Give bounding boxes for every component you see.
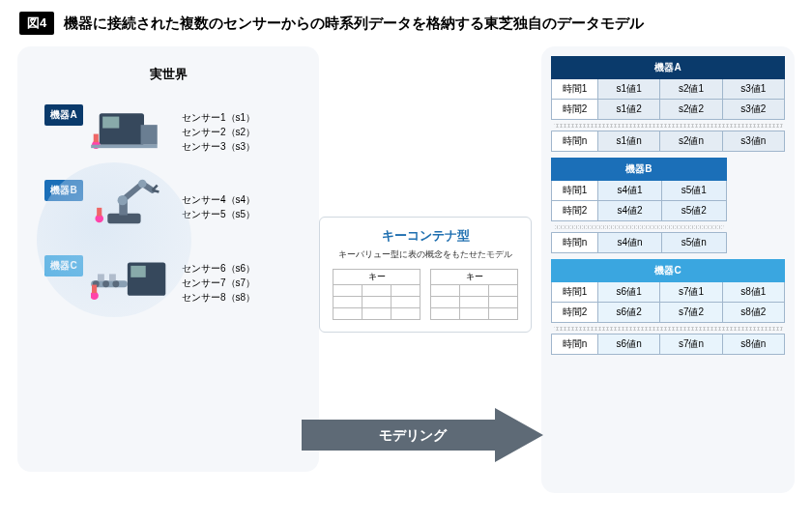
- diagram-body: 実世界 機器A センサー1（s1） センサー2（s2） センサー3（s3） 機器…: [0, 46, 812, 472]
- table-device-b: 機器B 時間1s4値1s5値1 時間2s4値2s5値2 時間ns4値ns5値n: [551, 158, 727, 253]
- svg-rect-19: [130, 266, 145, 277]
- key-container-title: キーコンテナ型: [330, 227, 521, 245]
- key-container-subtitle: キーバリュー型に表の概念をもたせたモデル: [330, 248, 521, 261]
- device-a-sensors: センサー1（s1） センサー2（s2） センサー3（s3）: [182, 110, 255, 154]
- svg-rect-11: [97, 208, 102, 217]
- svg-rect-17: [109, 274, 116, 280]
- ellipsis-gap: [550, 327, 787, 331]
- table-device-c: 機器C 時間1s6値1s7値1s8値1 時間2s6値2s7値2s8値2 時間ns…: [551, 259, 785, 355]
- key-table-2: キー: [430, 269, 518, 320]
- svg-point-9: [138, 180, 147, 189]
- device-a-label: 機器A: [44, 104, 83, 126]
- figure-title: 機器に接続された複数のセンサーからの時系列データを格納する東芝独自のデータモデル: [64, 15, 644, 33]
- table-device-a: 機器A 時間1s1値1s2値1s3値1 時間2s1値2s2値2s3値2 時間ns…: [551, 56, 785, 152]
- figure-badge: 図4: [19, 12, 54, 35]
- real-world-heading: 実世界: [17, 66, 319, 83]
- factory-machine-icon: [91, 97, 174, 155]
- robot-arm-icon: [91, 172, 174, 230]
- ellipsis-gap: [550, 225, 729, 229]
- device-c-sensors: センサー6（s6） センサー7（s7） センサー8（s8）: [182, 261, 255, 305]
- svg-rect-4: [94, 134, 99, 143]
- svg-rect-21: [92, 285, 97, 294]
- device-a-row: 機器A センサー1（s1） センサー2（s2） センサー3（s3）: [44, 97, 319, 166]
- ellipsis-gap: [550, 124, 787, 128]
- key-table-1: キー: [333, 269, 420, 320]
- real-world-panel: 実世界 機器A センサー1（s1） センサー2（s2） センサー3（s3） 機器…: [17, 46, 319, 472]
- svg-rect-1: [102, 117, 119, 129]
- conveyor-machine-icon: [91, 247, 174, 306]
- modeling-arrow-label: モデリング: [302, 408, 524, 462]
- svg-point-14: [102, 280, 109, 287]
- modeling-arrow: モデリング: [302, 408, 543, 462]
- svg-point-8: [118, 195, 128, 205]
- svg-rect-2: [141, 125, 158, 145]
- data-model-panel: 機器A 時間1s1値1s2値1s3値1 時間2s1値2s2値2s3値2 時間ns…: [541, 46, 795, 493]
- key-container-box: キーコンテナ型 キーバリュー型に表の概念をもたせたモデル キー キー: [319, 217, 532, 333]
- svg-rect-5: [91, 145, 158, 148]
- svg-point-15: [112, 280, 119, 287]
- svg-rect-16: [98, 274, 104, 280]
- key-container-tables: キー キー: [330, 269, 521, 320]
- figure-header: 図4 機器に接続された複数のセンサーからの時系列データを格納する東芝独自のデータ…: [0, 0, 812, 46]
- device-b-sensors: センサー4（s4） センサー5（s5）: [182, 192, 255, 221]
